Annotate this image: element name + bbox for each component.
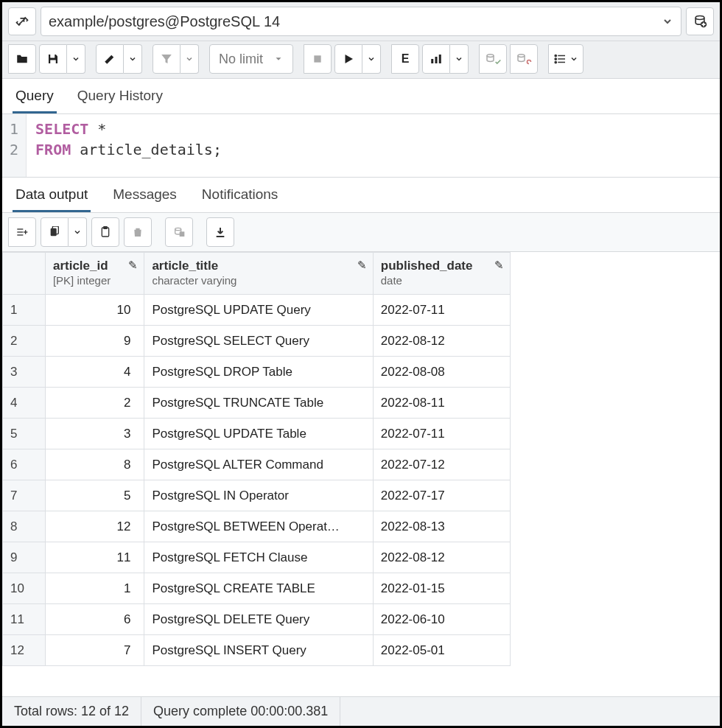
cell-published-date[interactable]: 2022-08-11 — [373, 388, 510, 419]
cell-article-id[interactable]: 5 — [45, 480, 144, 511]
save-data-button[interactable] — [165, 217, 193, 247]
cell-article-id[interactable]: 9 — [45, 326, 144, 357]
status-time: Query complete 00:00:00.381 — [141, 697, 340, 726]
cell-article-id[interactable]: 7 — [45, 635, 144, 666]
cell-published-date[interactable]: 2022-05-01 — [373, 635, 510, 666]
cell-article-id[interactable]: 12 — [45, 511, 144, 542]
paste-button[interactable] — [91, 217, 119, 247]
table-row[interactable]: 34PostgreSQL DROP Table2022-08-08 — [3, 357, 511, 388]
tab-data-output[interactable]: Data output — [13, 182, 91, 212]
filter-button[interactable] — [153, 44, 180, 74]
copy-dropdown[interactable] — [69, 217, 87, 247]
delete-row-button[interactable] — [124, 217, 152, 247]
editor-tabs: Query Query History — [2, 79, 720, 114]
row-limit-label: No limit — [219, 52, 263, 67]
results-table: article_id [PK] integer ✎ article_title … — [2, 252, 511, 666]
cell-article-title[interactable]: PostgreSQL UPDATE Query — [144, 295, 373, 326]
sql-editor[interactable]: 1 2 SELECT * FROM article_details; — [2, 114, 720, 178]
cell-published-date[interactable]: 2022-07-11 — [373, 419, 510, 449]
edit-button[interactable] — [96, 44, 124, 74]
row-number: 11 — [3, 604, 46, 635]
table-row[interactable]: 68PostgreSQL ALTER Command2022-07-12 — [3, 449, 511, 480]
save-button[interactable] — [39, 44, 67, 74]
cell-article-title[interactable]: PostgreSQL FETCH Clause — [144, 542, 373, 573]
column-header-article-title[interactable]: article_title character varying ✎ — [144, 253, 373, 295]
cell-article-title[interactable]: PostgreSQL UPDATE Table — [144, 419, 373, 449]
cell-article-title[interactable]: PostgreSQL IN Operator — [144, 480, 373, 511]
connection-select[interactable]: example/postgres@PostgreSQL 14 — [41, 7, 681, 36]
tab-query-history[interactable]: Query History — [74, 83, 166, 113]
pencil-icon[interactable]: ✎ — [494, 259, 504, 272]
macros-button[interactable] — [548, 44, 583, 74]
table-row[interactable]: 116PostgreSQL DELETE Query2022-06-10 — [3, 604, 511, 635]
cell-article-title[interactable]: PostgreSQL DELETE Query — [144, 604, 373, 635]
svg-point-13 — [555, 55, 556, 56]
line-gutter: 1 2 — [2, 114, 27, 177]
cell-article-title[interactable]: PostgreSQL TRUNCATE Table — [144, 388, 373, 419]
explain-dropdown[interactable] — [450, 44, 469, 74]
explain-analyze-button[interactable] — [422, 44, 450, 74]
rownum-header — [3, 253, 46, 295]
row-number: 6 — [3, 449, 46, 480]
column-header-article-id[interactable]: article_id [PK] integer ✎ — [45, 253, 144, 295]
pencil-icon[interactable]: ✎ — [128, 259, 138, 272]
table-row[interactable]: 75PostgreSQL IN Operator2022-07-17 — [3, 480, 511, 511]
table-row[interactable]: 110PostgreSQL UPDATE Query2022-07-11 — [3, 295, 511, 326]
sql-code[interactable]: SELECT * FROM article_details; — [27, 114, 231, 177]
cell-article-title[interactable]: PostgreSQL DROP Table — [144, 357, 373, 388]
svg-rect-21 — [51, 228, 57, 237]
cell-published-date[interactable]: 2022-07-11 — [373, 295, 510, 326]
cell-article-title[interactable]: PostgreSQL INSERT Query — [144, 635, 373, 666]
copy-button[interactable] — [41, 217, 69, 247]
pencil-icon[interactable]: ✎ — [357, 259, 367, 272]
explain-button[interactable]: E — [391, 44, 419, 74]
cell-published-date[interactable]: 2022-08-08 — [373, 357, 510, 388]
table-row[interactable]: 42PostgreSQL TRUNCATE Table2022-08-11 — [3, 388, 511, 419]
line-number: 1 — [10, 119, 18, 139]
connection-label: example/postgres@PostgreSQL 14 — [49, 13, 280, 30]
tab-notifications[interactable]: Notifications — [199, 182, 281, 212]
filter-dropdown[interactable] — [180, 44, 199, 74]
cell-article-id[interactable]: 8 — [45, 449, 144, 480]
commit-button[interactable] — [479, 44, 507, 74]
table-row[interactable]: 29PostgreSQL SELECT Query2022-08-12 — [3, 326, 511, 357]
cell-article-id[interactable]: 10 — [45, 295, 144, 326]
cell-published-date[interactable]: 2022-08-12 — [373, 326, 510, 357]
stop-button[interactable] — [304, 44, 332, 74]
table-row[interactable]: 127PostgreSQL INSERT Query2022-05-01 — [3, 635, 511, 666]
open-file-button[interactable] — [8, 44, 36, 74]
cell-published-date[interactable]: 2022-01-15 — [373, 573, 510, 604]
rollback-button[interactable] — [510, 44, 538, 74]
cell-published-date[interactable]: 2022-07-17 — [373, 480, 510, 511]
cell-article-id[interactable]: 2 — [45, 388, 144, 419]
table-row[interactable]: 812PostgreSQL BETWEEN Operat…2022-08-13 — [3, 511, 511, 542]
table-row[interactable]: 911PostgreSQL FETCH Clause2022-08-12 — [3, 542, 511, 573]
cell-article-id[interactable]: 6 — [45, 604, 144, 635]
tab-messages[interactable]: Messages — [110, 182, 180, 212]
cell-article-id[interactable]: 11 — [45, 542, 144, 573]
table-row[interactable]: 101PostgreSQL CREATE TABLE2022-01-15 — [3, 573, 511, 604]
download-button[interactable] — [206, 217, 234, 247]
table-row[interactable]: 53PostgreSQL UPDATE Table2022-07-11 — [3, 419, 511, 449]
cell-published-date[interactable]: 2022-06-10 — [373, 604, 510, 635]
cell-article-id[interactable]: 1 — [45, 573, 144, 604]
cell-article-id[interactable]: 3 — [45, 419, 144, 449]
add-row-button[interactable] — [8, 217, 36, 247]
new-connection-button[interactable] — [686, 7, 714, 35]
cell-article-id[interactable]: 4 — [45, 357, 144, 388]
cell-published-date[interactable]: 2022-08-12 — [373, 542, 510, 573]
execute-dropdown[interactable] — [362, 44, 381, 74]
cell-published-date[interactable]: 2022-07-12 — [373, 449, 510, 480]
column-header-published-date[interactable]: published_date date ✎ — [373, 253, 510, 295]
row-limit-select[interactable]: No limit — [209, 44, 293, 74]
tab-query[interactable]: Query — [13, 83, 57, 113]
connection-status-icon[interactable] — [8, 7, 36, 35]
cell-article-title[interactable]: PostgreSQL SELECT Query — [144, 326, 373, 357]
edit-dropdown[interactable] — [124, 44, 142, 74]
cell-published-date[interactable]: 2022-08-13 — [373, 511, 510, 542]
save-dropdown[interactable] — [67, 44, 85, 74]
cell-article-title[interactable]: PostgreSQL BETWEEN Operat… — [144, 511, 373, 542]
cell-article-title[interactable]: PostgreSQL ALTER Command — [144, 449, 373, 480]
cell-article-title[interactable]: PostgreSQL CREATE TABLE — [144, 573, 373, 604]
execute-button[interactable] — [334, 44, 362, 74]
